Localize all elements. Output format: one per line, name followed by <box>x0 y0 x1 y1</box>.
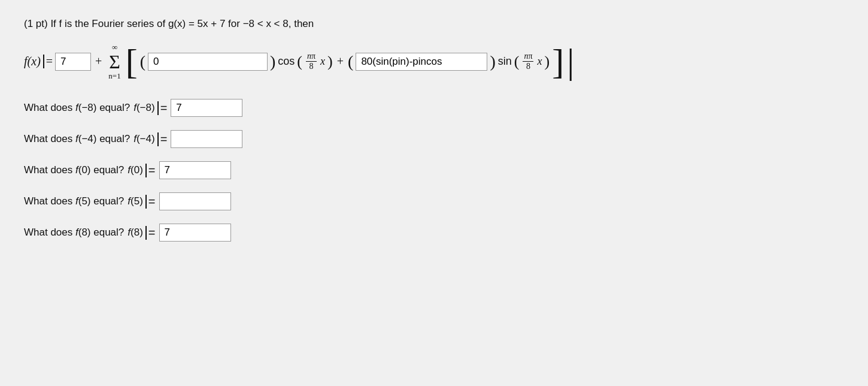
plus-sin: + <box>337 55 344 68</box>
q3-eq: f(0) = <box>128 164 155 177</box>
outer-right-bar: | <box>567 41 574 82</box>
cos-x: x <box>320 55 325 68</box>
cos-open-paren: ( <box>297 53 302 71</box>
cos-fraction: nπ 8 <box>306 52 317 71</box>
q4-eq: f(5) = <box>128 195 155 209</box>
left-bracket: [ <box>126 44 138 80</box>
question-3: What does f(0) equal? f(0) = <box>24 161 844 179</box>
q2-eq: f(−4) = <box>133 132 167 146</box>
q2-equals: = <box>157 132 168 146</box>
right-paren-sin: ) <box>490 52 495 71</box>
q4-answer-input[interactable] <box>159 192 231 210</box>
q3-equals: = <box>145 164 156 177</box>
q3-eq-label: f(0) <box>128 164 143 176</box>
sigma-block: ∞ Σ n=1 <box>108 43 120 81</box>
sin-label: sin <box>498 55 512 68</box>
sin-x: x <box>537 55 542 68</box>
q5-label: What does f(8) equal? <box>24 227 124 239</box>
q1-eq-label: f(−8) <box>133 102 154 114</box>
left-paren-cos: ( <box>140 52 145 71</box>
q4-label: What does f(5) equal? <box>24 195 124 207</box>
problem-statement: (1 pt) If f is the Fourier series of g(x… <box>24 18 844 30</box>
cos-coeff-input[interactable] <box>148 53 268 71</box>
right-bracket: ] <box>552 44 564 80</box>
q3-answer-input[interactable] <box>159 161 231 179</box>
a0-input[interactable] <box>55 53 91 71</box>
question-5: What does f(8) equal? f(8) = <box>24 224 844 242</box>
q2-label: What does f(−4) equal? <box>24 133 130 145</box>
fx-label: f(x) <box>24 55 41 68</box>
q5-equals: = <box>145 226 156 240</box>
q4-equals: = <box>145 195 156 209</box>
questions-section: What does f(−8) equal? f(−8) = What does… <box>24 99 844 242</box>
question-1: What does f(−8) equal? f(−8) = <box>24 99 844 117</box>
q1-eq: f(−8) = <box>133 101 167 115</box>
q1-label: What does f(−8) equal? <box>24 102 130 114</box>
sin-fraction: nπ 8 <box>523 52 533 71</box>
cos-close-paren: ) <box>327 53 333 71</box>
fourier-series-line: f(x) = + ∞ Σ n=1 [ ( ) cos ( nπ 8 x ) + … <box>24 41 844 82</box>
sin-coeff-input[interactable] <box>356 53 487 71</box>
q2-answer-input[interactable] <box>171 130 242 148</box>
q1-equals: = <box>157 101 168 115</box>
question-2: What does f(−4) equal? f(−4) = <box>24 130 844 148</box>
q2-eq-label: f(−4) <box>133 133 154 145</box>
q5-eq: f(8) = <box>128 226 155 240</box>
q3-label: What does f(0) equal? <box>24 164 124 176</box>
equals-a0: = <box>43 55 53 68</box>
question-4: What does f(5) equal? f(5) = <box>24 192 844 210</box>
q5-eq-label: f(8) <box>128 227 143 239</box>
right-paren-cos: ) <box>270 52 275 71</box>
q1-answer-input[interactable] <box>171 99 242 117</box>
left-paren-sin: ( <box>348 52 353 71</box>
sin-open-paren: ( <box>514 53 520 71</box>
q5-answer-input[interactable] <box>159 224 231 242</box>
q4-eq-label: f(5) <box>128 195 143 207</box>
cos-label: cos <box>278 55 295 68</box>
plus-sigma: + <box>95 55 102 68</box>
sin-close-paren: ) <box>544 53 550 71</box>
